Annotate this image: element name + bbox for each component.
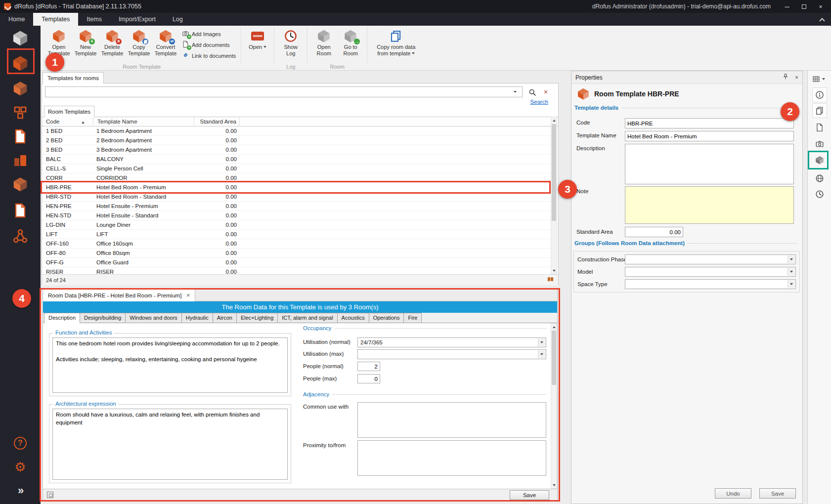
template-name-input[interactable]	[625, 131, 794, 141]
sidebar-item-room-templates[interactable]	[9, 52, 31, 74]
table-row[interactable]: HEN-STD Hotel Ensuite - Standard 0.00	[42, 211, 551, 220]
table-row[interactable]: HEN-PRE Hotel Ensuite - Premium 0.00	[42, 202, 551, 211]
utilisation-normal-select[interactable]: 24/7/365	[357, 337, 546, 347]
tab-log[interactable]: Log	[164, 13, 191, 26]
open-template-button[interactable]: Open Template	[45, 27, 72, 63]
category-tab[interactable]: Windows and doors	[125, 313, 182, 323]
scroll-up-icon[interactable]	[553, 120, 556, 122]
sidebar-item-documents[interactable]	[9, 126, 31, 147]
room-data-save-button[interactable]: Save	[510, 490, 549, 500]
table-row[interactable]: OFF-160 Office 160sqm 0.00	[42, 239, 551, 249]
settings-button[interactable]: ⚙	[11, 458, 29, 476]
column-header-code[interactable]: Code ▲	[42, 117, 93, 126]
copy-template-button[interactable]: Copy Template	[126, 27, 152, 63]
properties-save-button[interactable]: Save	[759, 488, 796, 499]
room-data-scrollbar[interactable]	[551, 323, 557, 489]
scrollbar-thumb[interactable]	[552, 124, 556, 221]
search-link[interactable]: Search	[530, 99, 548, 105]
new-template-button[interactable]: New Template	[72, 27, 99, 63]
undo-button[interactable]: Undo	[715, 488, 751, 499]
table-row[interactable]: OFF-80 Office 80sqm 0.00	[42, 249, 551, 258]
sidebar-item-products[interactable]	[9, 173, 31, 195]
category-tab[interactable]: Operations	[369, 313, 404, 323]
scrollbar-thumb[interactable]	[552, 331, 556, 385]
column-header-template-name[interactable]: Template Name	[93, 117, 194, 126]
log-panel-button[interactable]	[812, 187, 827, 202]
table-row[interactable]: OFF-G Office Guard 0.00	[42, 258, 551, 267]
tab-import-export[interactable]: Import/Export	[110, 13, 164, 26]
scroll-down-icon[interactable]	[553, 270, 556, 272]
function-activities-textarea[interactable]: This one bedroom hotel room provides liv…	[52, 337, 288, 393]
minimize-button[interactable]: ─	[780, 0, 794, 12]
tab-templates[interactable]: Templates	[33, 13, 78, 26]
model-select[interactable]	[625, 267, 796, 277]
category-tab[interactable]: Elec+Lighting	[236, 313, 278, 323]
table-row[interactable]: CELL-S Single Person Cell 0.00	[42, 164, 551, 173]
sidebar-item-room-function[interactable]	[9, 78, 31, 99]
link-to-documents-button[interactable]: Link to documents	[182, 51, 236, 60]
tab-items[interactable]: Items	[78, 13, 110, 26]
tab-templates-for-rooms[interactable]: Templates for rooms	[43, 72, 104, 84]
sidebar-item-reports[interactable]	[9, 200, 31, 221]
room-template-panel-button[interactable]	[812, 153, 827, 168]
common-use-textarea[interactable]	[357, 402, 546, 438]
search-dropdown-icon[interactable]	[514, 91, 517, 93]
images-panel-button[interactable]	[812, 136, 827, 151]
category-tab[interactable]: Fire	[403, 313, 422, 323]
space-type-select[interactable]	[625, 279, 796, 289]
description-textarea[interactable]	[625, 144, 794, 184]
people-max-input[interactable]	[357, 374, 380, 383]
detach-panel-icon[interactable]	[47, 492, 53, 498]
category-tab[interactable]: Design/building	[80, 313, 126, 323]
show-log-button[interactable]: Show Log	[277, 27, 304, 63]
close-panel-icon[interactable]: ×	[795, 74, 798, 81]
table-row[interactable]: CORR CORRIDOR 0.00	[42, 173, 551, 183]
book-icon[interactable]	[547, 276, 554, 284]
scroll-down-icon[interactable]	[553, 484, 556, 486]
clear-search-icon[interactable]: ×	[541, 87, 550, 96]
copy-room-data-button[interactable]: Copy room data from template	[370, 27, 422, 63]
bim-panel-button[interactable]	[812, 171, 827, 186]
expand-sidebar-button[interactable]: »	[11, 482, 29, 500]
table-row[interactable]: HBR-PRE Hotel Bed Room - Premium 0.00	[42, 183, 551, 192]
category-tab[interactable]: Acoustics	[337, 313, 369, 323]
sidebar-item-items[interactable]	[9, 102, 31, 124]
standard-area-input[interactable]	[625, 227, 683, 237]
info-panel-button[interactable]	[812, 87, 827, 102]
tab-home[interactable]: Home	[0, 13, 33, 26]
close-button[interactable]: ×	[813, 0, 828, 12]
search-input[interactable]	[45, 86, 523, 97]
column-header-standard-area[interactable]: Standard Area	[194, 117, 240, 126]
category-tab[interactable]: ICT, alarm and signal	[277, 313, 337, 323]
data-grid-button[interactable]	[812, 75, 825, 83]
code-input[interactable]	[625, 118, 794, 128]
category-tab[interactable]: Aircon	[213, 313, 237, 323]
room-data-panel-button[interactable]	[812, 103, 827, 118]
open-room-button[interactable]: Open Room	[310, 27, 337, 63]
pin-icon[interactable]	[782, 73, 789, 82]
collapse-ribbon-icon[interactable]	[819, 18, 825, 23]
note-textarea[interactable]	[625, 186, 794, 224]
convert-template-button[interactable]: Convert Template	[152, 27, 179, 63]
sidebar-item-home[interactable]	[9, 27, 31, 49]
sidebar-item-buildings[interactable]	[9, 149, 31, 171]
scroll-up-icon[interactable]	[553, 326, 556, 328]
table-row[interactable]: RISER RISER 0.00	[42, 267, 551, 274]
table-row[interactable]: HBR-STD Hotel Bed Room - Standard 0.00	[42, 192, 551, 202]
construction-phase-select[interactable]	[625, 254, 796, 264]
table-row[interactable]: LIFT LIFT 0.00	[42, 230, 551, 239]
delete-template-button[interactable]: Delete Template	[99, 27, 126, 63]
www-open-button[interactable]: www Open	[244, 27, 271, 63]
category-tab[interactable]: Hydraulic	[181, 313, 213, 323]
close-tab-icon[interactable]: ×	[186, 292, 190, 299]
table-row[interactable]: 1 BED 1 Bedroom Apartment 0.00	[42, 126, 551, 136]
architectural-expression-textarea[interactable]: Room should have a luxurious, calm and r…	[52, 409, 288, 480]
help-button[interactable]: ?	[11, 434, 29, 452]
add-images-button[interactable]: Add Images	[182, 30, 236, 38]
search-icon[interactable]	[527, 87, 537, 97]
room-data-document-tab[interactable]: Room Data [HBR-PRE - Hotel Bed Room - Pr…	[43, 290, 195, 301]
proximity-textarea[interactable]	[357, 440, 546, 476]
restore-button[interactable]	[796, 0, 811, 12]
add-documents-button[interactable]: Add documents	[182, 41, 236, 49]
table-row[interactable]: BALC BALCONY 0.00	[42, 155, 551, 164]
